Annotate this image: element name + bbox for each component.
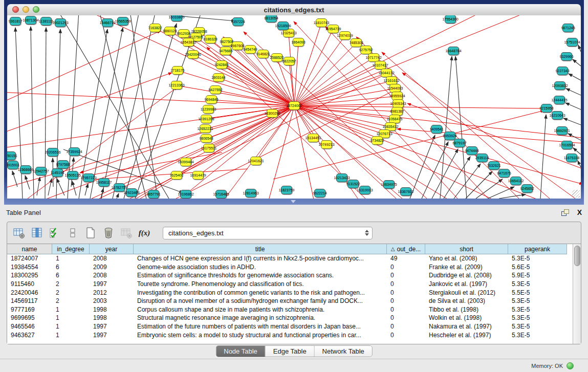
graph-node[interactable]: 12923468	[126, 188, 137, 197]
graph-node[interactable]: 19958117	[98, 178, 110, 187]
graph-node[interactable]: 16914479	[192, 171, 204, 180]
function-builder-button[interactable]: f(x)	[138, 226, 151, 239]
table-row[interactable]: 946554611997Estimation of the future num…	[7, 322, 581, 331]
graph-node[interactable]: 7357224	[232, 17, 244, 26]
graph-node[interactable]: 12974019	[339, 31, 351, 40]
graph-node[interactable]: 9857791	[148, 190, 159, 199]
graph-node[interactable]: 11823759	[281, 186, 292, 194]
table-row[interactable]: 977716911998Corpus callosum shape and si…	[7, 305, 581, 314]
splitter-handle[interactable]	[291, 200, 296, 203]
graph-node[interactable]: 12093832	[554, 81, 565, 90]
table-row[interactable]: 1830029562008Estimation of significance …	[7, 271, 581, 280]
graph-node[interactable]: 12814963	[245, 189, 256, 198]
graph-node[interactable]: 20206516	[47, 148, 58, 157]
graph-node[interactable]: 11810743	[316, 18, 327, 27]
graph-node[interactable]: 9806548	[201, 134, 212, 143]
zoom-window-icon[interactable]	[33, 6, 39, 13]
graph-node[interactable]: 18367602	[400, 187, 411, 196]
graph-node[interactable]: 12652231	[200, 124, 211, 133]
tab-edge-table[interactable]: Edge Table	[266, 346, 315, 357]
graph-node[interactable]: 17016504	[561, 141, 573, 149]
graph-node[interactable]: 9871245	[562, 24, 574, 32]
close-panel-icon[interactable]: X	[577, 209, 582, 216]
graph-node[interactable]: 15134451	[308, 134, 319, 142]
graph-node[interactable]: 16175511	[203, 144, 214, 152]
network-canvas[interactable]: 7163822886012889129342822605891275051654…	[7, 15, 581, 199]
graph-node[interactable]: 8850151	[7, 151, 16, 160]
graph-node[interactable]: 16033809	[171, 15, 182, 21]
graph-node[interactable]: 8860128	[164, 27, 176, 35]
column-header-name[interactable]: name	[7, 244, 52, 254]
table-row[interactable]: 911546021997Tourette syndrome. Phenomeno…	[7, 280, 581, 289]
delete-table-button[interactable]	[120, 226, 133, 239]
float-window-icon[interactable]	[561, 209, 569, 216]
graph-node[interactable]: 2588520	[271, 53, 282, 62]
graph-node[interactable]: 9734822	[372, 136, 383, 145]
graph-node[interactable]: 10749213	[321, 140, 332, 149]
graph-node[interactable]: 16319913	[359, 186, 371, 194]
graph-node[interactable]: 17359924	[69, 147, 80, 156]
graph-node[interactable]: 6822057	[284, 57, 295, 65]
graph-node[interactable]: 1864093	[293, 38, 304, 47]
graph-node[interactable]: 12213363	[171, 81, 182, 90]
column-header-title[interactable]: title	[134, 244, 387, 254]
tab-network-table[interactable]: Network Table	[315, 346, 372, 357]
network-window[interactable]: citations_edges.txt 71638228860128891293…	[7, 4, 581, 199]
column-header-in_degree[interactable]: in_degree	[52, 244, 90, 254]
graph-node[interactable]: 8813054	[266, 15, 277, 23]
column-header-year[interactable]: year	[90, 244, 134, 254]
table-row[interactable]: 1456911722003Disruption of a novel membe…	[7, 297, 581, 305]
graph-node[interactable]: 3475685	[220, 47, 231, 55]
close-window-icon[interactable]	[12, 6, 19, 13]
row-height-button[interactable]	[66, 226, 79, 239]
graph-node[interactable]: 2718176	[172, 66, 183, 75]
graph-node[interactable]: 9242845	[216, 60, 227, 69]
graph-node[interactable]: 9245652	[521, 184, 533, 193]
graph-node[interactable]: 1409541	[431, 125, 442, 134]
graph-node[interactable]: 11239983	[203, 105, 214, 114]
graph-node[interactable]: 8471676	[498, 169, 510, 178]
table-scrollbar[interactable]	[573, 244, 581, 344]
graph-node[interactable]: 9131522	[347, 180, 359, 188]
table-row[interactable]: 946362711997Embryonic stem cells: a mode…	[7, 331, 581, 339]
graph-node[interactable]: 9227343	[557, 67, 568, 75]
graph-node[interactable]: 7632621	[488, 161, 499, 170]
graph-node[interactable]: 9329966	[561, 52, 572, 61]
graph-node[interactable]: 8953924	[444, 132, 455, 140]
graph-node[interactable]: 10634975	[383, 180, 395, 189]
graph-node[interactable]: 12444415	[554, 96, 565, 104]
graph-node[interactable]: 11954739	[328, 25, 339, 33]
graph-node[interactable]: 15751074	[567, 38, 578, 47]
graph-node[interactable]: 1145194	[52, 168, 63, 177]
table-row[interactable]: 2242004622012Investigating the contribut…	[7, 288, 581, 297]
graph-node[interactable]: 16210643	[552, 111, 563, 120]
graph-node[interactable]: 9622214	[314, 189, 325, 198]
graph-node[interactable]: 8186328	[205, 35, 216, 43]
graph-node[interactable]: 9797588	[57, 160, 69, 169]
table-row[interactable]: 1938455462009Genome-wide association stu…	[7, 263, 581, 272]
graph-node[interactable]: 10391208	[201, 115, 212, 123]
table-row[interactable]: 1872400712008Changes of HCN gene express…	[7, 254, 581, 263]
graph-node[interactable]: 8427552	[210, 85, 221, 94]
graph-node[interactable]: 3915911	[7, 161, 18, 169]
graph-node[interactable]: 9474444	[466, 146, 477, 155]
graph-hub-node[interactable]: 18724007	[289, 101, 300, 110]
graph-node[interactable]: 13505135	[67, 171, 78, 180]
graph-node[interactable]: 15716485	[215, 190, 227, 199]
minimize-window-icon[interactable]	[23, 6, 29, 13]
graph-node[interactable]: 23420046	[187, 50, 199, 59]
column-header-out_de[interactable]: △out_de...	[387, 244, 425, 254]
graph-node[interactable]: 7163822	[149, 24, 161, 32]
column-header-short[interactable]: short	[425, 244, 508, 254]
graph-node[interactable]: 15692971	[556, 126, 568, 135]
tab-node-table[interactable]: Node Table	[216, 346, 266, 357]
graph-node[interactable]: 10871304	[25, 16, 36, 25]
graph-node[interactable]: 2803144	[213, 73, 224, 82]
graph-node[interactable]: 20021293	[55, 18, 66, 27]
graph-node[interactable]: 7485303	[351, 38, 362, 47]
select-columns-button[interactable]	[48, 226, 61, 239]
graph-node[interactable]: 19565359	[117, 17, 128, 26]
show-columns-button[interactable]	[30, 226, 43, 239]
graph-node[interactable]: 8454749	[245, 45, 256, 54]
graph-node[interactable]: 11381111	[40, 17, 52, 26]
